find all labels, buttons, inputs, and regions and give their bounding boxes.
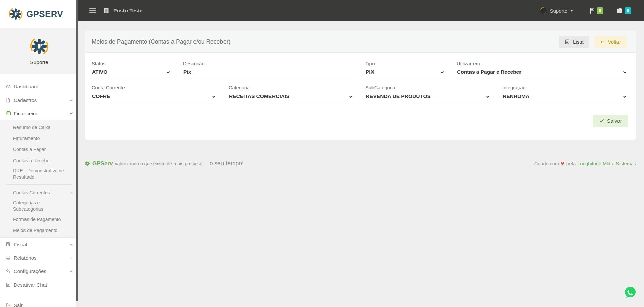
flag-notifications[interactable]: 0 (590, 7, 603, 14)
categoria-select: RECEITAS COMERCIAIS (229, 93, 354, 102)
sidebar-item-financeiro[interactable]: Financeiro (0, 107, 78, 120)
integracao-select-input[interactable]: NENHUMA (502, 93, 628, 99)
sidebar-item-label: Relatórios (14, 255, 37, 261)
field-tipo: Tipo PIX (365, 61, 446, 78)
footer: GPServ valorizando o que existe de mais … (85, 160, 636, 167)
sidebar-item-faturamento[interactable]: Faturamento (0, 133, 78, 144)
conta-corrente-label: Conta Corrente (92, 85, 217, 90)
sidebar-scrollbar-thumb[interactable] (76, 0, 78, 301)
categoria-select-input[interactable]: RECEITAS COMERCIAIS (229, 93, 354, 99)
printer-icon (6, 255, 11, 260)
descricao-control (183, 69, 354, 78)
utilizar-em-select-input[interactable]: Contas a Pagar e Receber (457, 69, 628, 75)
tipo-select-input[interactable]: PIX (365, 69, 446, 75)
flag-count-badge: 0 (597, 7, 603, 14)
card-header: Meios de Pagamento (Contas a Pagar e/ou … (85, 31, 636, 53)
list-icon (565, 39, 570, 44)
sidebar-item-relatorios[interactable]: Relatórios « (0, 251, 78, 264)
check-icon (599, 119, 604, 123)
sidebar-item-label: Desativar Chat (14, 282, 47, 288)
money-icon (6, 111, 11, 116)
form-actions: Salvar (92, 115, 628, 127)
collapse-left-icon: « (70, 242, 73, 247)
integracao-select: NENHUMA (502, 93, 628, 102)
sidebar: GPSERV Suporte Dashboard Cadastros « Fin… (0, 0, 78, 307)
sidebar-item-label: Financeiro (14, 111, 37, 116)
close-box-icon (6, 282, 11, 287)
sidebar-item-label: Configurações (14, 268, 46, 274)
sidebar-item-label: Contas Correntes (13, 190, 50, 196)
navbar-right: Suporte 0 0 (540, 7, 631, 14)
sidebar-item-configuracoes[interactable]: Configurações « (0, 264, 78, 278)
footer-credit: Criado com ❤ pela Longhitude Mkt e Siste… (534, 161, 636, 166)
arrow-left-icon (600, 40, 605, 44)
sidebar-menu: Dashboard Cadastros « Financeiro Resumo … (0, 74, 78, 307)
sidebar-item-contas-correntes[interactable]: Contas Correntes« (0, 187, 78, 198)
collapse-left-icon: « (70, 97, 73, 103)
sidebar-item-contas-a-pagar[interactable]: Contas a Pagar (0, 144, 78, 155)
integracao-label: Integração (502, 85, 628, 90)
collapse-left-icon: « (70, 190, 73, 196)
tipo-select: PIX (365, 69, 446, 78)
financeiro-submenu: Resumo de Caixa Faturamento Contas a Pag… (0, 120, 78, 238)
user-menu[interactable]: Suporte (540, 7, 573, 14)
sidebar-item-meios-de-pagamento[interactable]: Meios de Pagamento (0, 225, 78, 236)
profile-logo-icon (30, 37, 49, 56)
card-body: Status ATIVO Descrição Tipo PIX (85, 53, 636, 140)
field-subcategoria: SubCategoria REVENDA DE PRODUTOS (365, 85, 491, 102)
sidebar-item-dashboard[interactable]: Dashboard (0, 80, 78, 93)
user-menu-label: Suporte (550, 8, 567, 14)
calendar-tasks[interactable]: 0 (617, 7, 631, 14)
lista-button[interactable]: Lista (559, 36, 589, 48)
gpserv-footer-icon (85, 161, 90, 166)
whatsapp-icon (624, 286, 637, 299)
menu-toggle-button[interactable] (89, 8, 96, 13)
sidebar-item-resumo-de-caixa[interactable]: Resumo de Caixa (0, 122, 78, 133)
sidebar-item-dre[interactable]: DRE - Demonstrativo de Resultado (0, 166, 78, 182)
collapse-left-icon: « (70, 268, 73, 274)
footer-tagline: valorizando o que existe de mais precios… (115, 161, 207, 166)
sidebar-item-contas-a-receber[interactable]: Contas a Receber (0, 155, 78, 166)
status-select-input[interactable]: ATIVO (92, 69, 172, 75)
credit-link[interactable]: Longhitude Mkt e Sistemas (577, 161, 636, 166)
sidebar-item-cadastros[interactable]: Cadastros « (0, 93, 78, 107)
chevron-down-icon (70, 111, 73, 115)
logout-icon (6, 303, 11, 307)
status-label: Status (92, 61, 172, 66)
hamburger-icon (89, 8, 96, 13)
voltar-button[interactable]: Voltar (594, 36, 627, 48)
page-title: Meios de Pagamento (Contas a Pagar e/ou … (92, 38, 230, 45)
gears-icon (6, 269, 11, 274)
footer-brand: GPServ (92, 160, 113, 167)
utilizar-em-select: Contas a Pagar e Receber (457, 69, 628, 78)
sidebar-scrollbar[interactable] (76, 0, 78, 307)
descricao-input[interactable] (183, 69, 354, 75)
subcategoria-select-input[interactable]: REVENDA DE PRODUTOS (365, 93, 491, 99)
app-logo[interactable]: GPSERV (0, 0, 78, 28)
conta-corrente-select-input[interactable]: COFRE (92, 93, 217, 99)
whatsapp-button[interactable] (624, 286, 637, 299)
field-categoria: Categoria RECEITAS COMERCIAIS (229, 85, 354, 102)
sidebar-item-label: Contas a Receber (13, 158, 51, 164)
sidebar-item-sair[interactable]: Sair (0, 298, 78, 307)
subcategoria-label: SubCategoria (365, 85, 491, 90)
footer-tagline-emphasis: o seu tempo! (210, 160, 244, 167)
sidebar-item-fiscal[interactable]: Fiscal « (0, 238, 78, 251)
field-conta-corrente: Conta Corrente COFRE (92, 85, 217, 102)
calendar-count-badge: 0 (625, 7, 631, 14)
credit-middle: pela (566, 161, 576, 166)
payment-methods-card: Meios de Pagamento (Contas a Pagar e/ou … (85, 31, 636, 140)
file-icon (6, 98, 11, 103)
sidebar-item-formas-de-pagamento[interactable]: Formas de Pagamento (0, 214, 78, 225)
sidebar-item-desativar-chat[interactable]: Desativar Chat (0, 278, 78, 291)
sidebar-item-label: Faturamento (13, 135, 40, 142)
top-navbar: Posto Teste Suporte 0 0 (78, 0, 644, 21)
sidebar-item-label: Meios de Pagamento (13, 227, 57, 234)
logo-text: GPSERV (26, 9, 63, 19)
salvar-button[interactable]: Salvar (593, 115, 628, 127)
salvar-button-label: Salvar (607, 118, 622, 124)
company-name: Posto Teste (113, 8, 143, 14)
voltar-button-label: Voltar (608, 39, 621, 45)
sidebar-item-categorias-subcategorias[interactable]: Categorias e Subcategorias (0, 198, 78, 214)
clipboard-icon (617, 8, 623, 14)
